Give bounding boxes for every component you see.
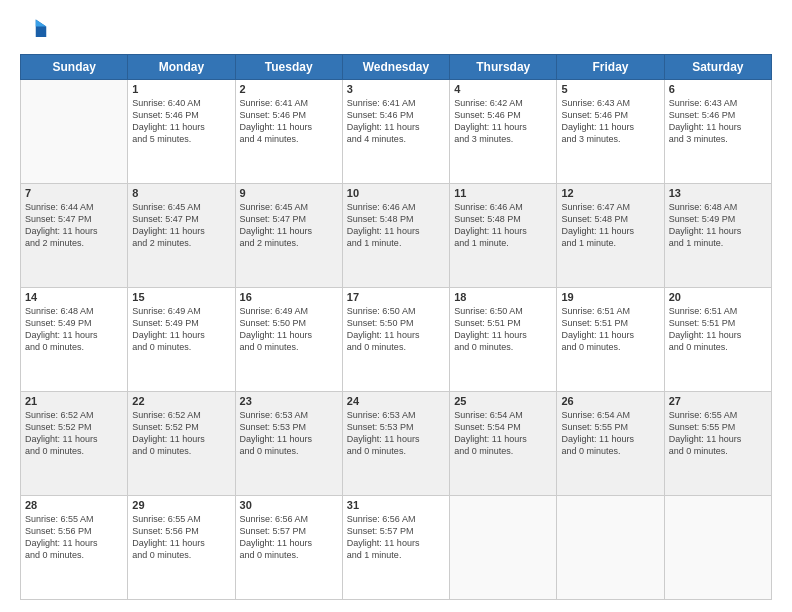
day-number: 23 [240, 395, 338, 407]
day-number: 2 [240, 83, 338, 95]
day-info: Sunrise: 6:48 AMSunset: 5:49 PMDaylight:… [25, 305, 123, 354]
calendar-week-row: 7Sunrise: 6:44 AMSunset: 5:47 PMDaylight… [21, 184, 772, 288]
day-number: 18 [454, 291, 552, 303]
calendar-cell [557, 496, 664, 600]
calendar-cell: 21Sunrise: 6:52 AMSunset: 5:52 PMDayligh… [21, 392, 128, 496]
day-number: 5 [561, 83, 659, 95]
day-number: 25 [454, 395, 552, 407]
calendar-cell: 15Sunrise: 6:49 AMSunset: 5:49 PMDayligh… [128, 288, 235, 392]
calendar-cell: 10Sunrise: 6:46 AMSunset: 5:48 PMDayligh… [342, 184, 449, 288]
day-info: Sunrise: 6:46 AMSunset: 5:48 PMDaylight:… [454, 201, 552, 250]
calendar-cell: 8Sunrise: 6:45 AMSunset: 5:47 PMDaylight… [128, 184, 235, 288]
day-number: 6 [669, 83, 767, 95]
day-number: 14 [25, 291, 123, 303]
calendar-cell [21, 80, 128, 184]
calendar-cell: 22Sunrise: 6:52 AMSunset: 5:52 PMDayligh… [128, 392, 235, 496]
calendar-cell: 14Sunrise: 6:48 AMSunset: 5:49 PMDayligh… [21, 288, 128, 392]
day-info: Sunrise: 6:50 AMSunset: 5:50 PMDaylight:… [347, 305, 445, 354]
day-number: 19 [561, 291, 659, 303]
calendar-cell: 26Sunrise: 6:54 AMSunset: 5:55 PMDayligh… [557, 392, 664, 496]
calendar-day-header-friday: Friday [557, 55, 664, 80]
calendar-cell: 23Sunrise: 6:53 AMSunset: 5:53 PMDayligh… [235, 392, 342, 496]
day-number: 3 [347, 83, 445, 95]
day-number: 26 [561, 395, 659, 407]
calendar-cell: 29Sunrise: 6:55 AMSunset: 5:56 PMDayligh… [128, 496, 235, 600]
calendar-cell: 5Sunrise: 6:43 AMSunset: 5:46 PMDaylight… [557, 80, 664, 184]
day-number: 24 [347, 395, 445, 407]
calendar-cell [664, 496, 771, 600]
day-number: 9 [240, 187, 338, 199]
day-info: Sunrise: 6:54 AMSunset: 5:55 PMDaylight:… [561, 409, 659, 458]
calendar-cell: 19Sunrise: 6:51 AMSunset: 5:51 PMDayligh… [557, 288, 664, 392]
day-info: Sunrise: 6:51 AMSunset: 5:51 PMDaylight:… [669, 305, 767, 354]
calendar-cell: 7Sunrise: 6:44 AMSunset: 5:47 PMDaylight… [21, 184, 128, 288]
logo [20, 16, 52, 44]
day-info: Sunrise: 6:52 AMSunset: 5:52 PMDaylight:… [132, 409, 230, 458]
logo-icon [20, 16, 48, 44]
day-number: 31 [347, 499, 445, 511]
calendar-cell: 20Sunrise: 6:51 AMSunset: 5:51 PMDayligh… [664, 288, 771, 392]
day-number: 11 [454, 187, 552, 199]
calendar-table: SundayMondayTuesdayWednesdayThursdayFrid… [20, 54, 772, 600]
calendar-cell: 17Sunrise: 6:50 AMSunset: 5:50 PMDayligh… [342, 288, 449, 392]
day-info: Sunrise: 6:55 AMSunset: 5:56 PMDaylight:… [25, 513, 123, 562]
page: SundayMondayTuesdayWednesdayThursdayFrid… [0, 0, 792, 612]
day-info: Sunrise: 6:43 AMSunset: 5:46 PMDaylight:… [669, 97, 767, 146]
day-number: 13 [669, 187, 767, 199]
day-number: 22 [132, 395, 230, 407]
calendar-day-header-thursday: Thursday [450, 55, 557, 80]
day-info: Sunrise: 6:42 AMSunset: 5:46 PMDaylight:… [454, 97, 552, 146]
header [20, 16, 772, 44]
calendar-day-header-monday: Monday [128, 55, 235, 80]
day-info: Sunrise: 6:56 AMSunset: 5:57 PMDaylight:… [240, 513, 338, 562]
calendar-cell: 3Sunrise: 6:41 AMSunset: 5:46 PMDaylight… [342, 80, 449, 184]
day-number: 27 [669, 395, 767, 407]
day-number: 15 [132, 291, 230, 303]
day-info: Sunrise: 6:45 AMSunset: 5:47 PMDaylight:… [240, 201, 338, 250]
calendar-cell: 16Sunrise: 6:49 AMSunset: 5:50 PMDayligh… [235, 288, 342, 392]
day-info: Sunrise: 6:41 AMSunset: 5:46 PMDaylight:… [347, 97, 445, 146]
day-info: Sunrise: 6:53 AMSunset: 5:53 PMDaylight:… [347, 409, 445, 458]
day-number: 17 [347, 291, 445, 303]
calendar-cell: 25Sunrise: 6:54 AMSunset: 5:54 PMDayligh… [450, 392, 557, 496]
calendar-cell: 11Sunrise: 6:46 AMSunset: 5:48 PMDayligh… [450, 184, 557, 288]
day-info: Sunrise: 6:49 AMSunset: 5:50 PMDaylight:… [240, 305, 338, 354]
day-info: Sunrise: 6:53 AMSunset: 5:53 PMDaylight:… [240, 409, 338, 458]
day-info: Sunrise: 6:55 AMSunset: 5:56 PMDaylight:… [132, 513, 230, 562]
calendar-cell: 18Sunrise: 6:50 AMSunset: 5:51 PMDayligh… [450, 288, 557, 392]
day-info: Sunrise: 6:41 AMSunset: 5:46 PMDaylight:… [240, 97, 338, 146]
day-number: 29 [132, 499, 230, 511]
calendar-week-row: 14Sunrise: 6:48 AMSunset: 5:49 PMDayligh… [21, 288, 772, 392]
calendar-week-row: 28Sunrise: 6:55 AMSunset: 5:56 PMDayligh… [21, 496, 772, 600]
day-info: Sunrise: 6:46 AMSunset: 5:48 PMDaylight:… [347, 201, 445, 250]
day-info: Sunrise: 6:44 AMSunset: 5:47 PMDaylight:… [25, 201, 123, 250]
day-number: 20 [669, 291, 767, 303]
day-info: Sunrise: 6:54 AMSunset: 5:54 PMDaylight:… [454, 409, 552, 458]
calendar-cell: 13Sunrise: 6:48 AMSunset: 5:49 PMDayligh… [664, 184, 771, 288]
calendar-week-row: 21Sunrise: 6:52 AMSunset: 5:52 PMDayligh… [21, 392, 772, 496]
day-info: Sunrise: 6:56 AMSunset: 5:57 PMDaylight:… [347, 513, 445, 562]
day-info: Sunrise: 6:52 AMSunset: 5:52 PMDaylight:… [25, 409, 123, 458]
day-number: 8 [132, 187, 230, 199]
calendar-cell: 31Sunrise: 6:56 AMSunset: 5:57 PMDayligh… [342, 496, 449, 600]
day-number: 1 [132, 83, 230, 95]
calendar-header-row: SundayMondayTuesdayWednesdayThursdayFrid… [21, 55, 772, 80]
day-number: 16 [240, 291, 338, 303]
day-number: 21 [25, 395, 123, 407]
day-number: 28 [25, 499, 123, 511]
calendar-cell: 4Sunrise: 6:42 AMSunset: 5:46 PMDaylight… [450, 80, 557, 184]
day-number: 12 [561, 187, 659, 199]
calendar-day-header-tuesday: Tuesday [235, 55, 342, 80]
day-info: Sunrise: 6:51 AMSunset: 5:51 PMDaylight:… [561, 305, 659, 354]
day-info: Sunrise: 6:40 AMSunset: 5:46 PMDaylight:… [132, 97, 230, 146]
day-number: 7 [25, 187, 123, 199]
day-info: Sunrise: 6:45 AMSunset: 5:47 PMDaylight:… [132, 201, 230, 250]
calendar-cell: 9Sunrise: 6:45 AMSunset: 5:47 PMDaylight… [235, 184, 342, 288]
day-info: Sunrise: 6:43 AMSunset: 5:46 PMDaylight:… [561, 97, 659, 146]
calendar-cell: 30Sunrise: 6:56 AMSunset: 5:57 PMDayligh… [235, 496, 342, 600]
day-info: Sunrise: 6:48 AMSunset: 5:49 PMDaylight:… [669, 201, 767, 250]
calendar-cell [450, 496, 557, 600]
calendar-day-header-saturday: Saturday [664, 55, 771, 80]
day-number: 10 [347, 187, 445, 199]
day-info: Sunrise: 6:49 AMSunset: 5:49 PMDaylight:… [132, 305, 230, 354]
